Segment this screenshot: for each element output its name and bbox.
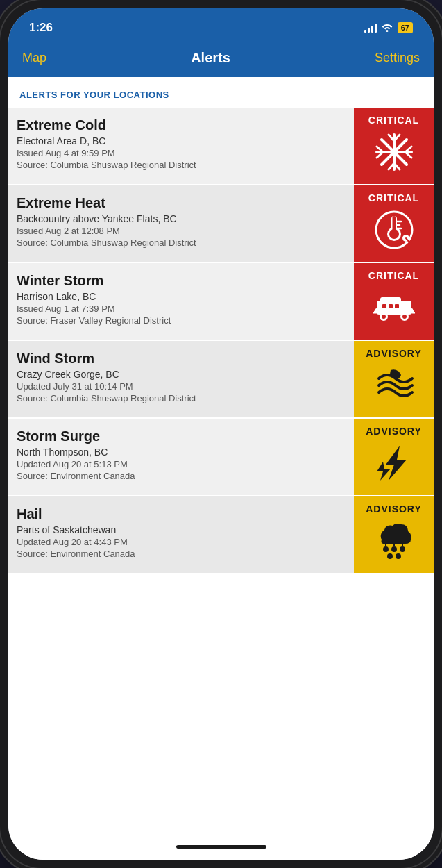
- alert-item[interactable]: Extreme Cold Electoral Area D, BC Issued…: [8, 108, 434, 184]
- badge-label-2: CRITICAL: [368, 270, 419, 281]
- alert-source-3: Source: Columbia Shuswap Regional Distri…: [17, 393, 346, 403]
- svg-rect-23: [380, 297, 401, 303]
- alert-name-5: Hail: [17, 506, 346, 522]
- signal-bar-3: [371, 26, 373, 33]
- alert-issued-5: Updated Aug 20 at 4:43 PM: [17, 537, 346, 547]
- svg-point-30: [402, 315, 407, 319]
- alert-text-1: Extreme Heat Backcountry above Yankee Fl…: [8, 185, 354, 262]
- nav-map-link[interactable]: Map: [22, 51, 46, 65]
- alert-location-2: Harrison Lake, BC: [17, 291, 346, 302]
- alert-name-2: Winter Storm: [17, 273, 346, 289]
- alert-issued-3: Updated July 31 at 10:14 PM: [17, 381, 346, 392]
- alert-icon-0: [373, 131, 415, 178]
- content-area: ALERTS FOR YOUR LOCATIONS Extreme Cold E…: [8, 77, 434, 840]
- screen: 1:26 67 Map Alerts Settings: [8, 8, 434, 860]
- alert-item[interactable]: Winter Storm Harrison Lake, BC Issued Au…: [8, 263, 434, 340]
- svg-point-28: [382, 315, 386, 319]
- alert-source-4: Source: Environment Canada: [17, 471, 346, 481]
- alert-item[interactable]: Hail Parts of Saskatchewan Updated Aug 2…: [8, 496, 434, 573]
- signal-bar-1: [364, 30, 366, 33]
- svg-marker-33: [377, 462, 391, 481]
- alert-issued-0: Issued Aug 4 at 9:59 PM: [17, 148, 346, 158]
- alert-icon-2: [373, 287, 415, 334]
- svg-point-37: [387, 553, 393, 559]
- alert-item[interactable]: Wind Storm Crazy Creek Gorge, BC Updated…: [8, 341, 434, 417]
- alert-text-5: Hail Parts of Saskatchewan Updated Aug 2…: [8, 496, 354, 573]
- alert-icon-5: [373, 520, 415, 567]
- svg-marker-32: [386, 446, 407, 481]
- alert-badge-1: CRITICAL: [354, 185, 434, 262]
- alert-issued-1: Issued Aug 2 at 12:08 PM: [17, 226, 346, 236]
- alert-location-4: North Thompson, BC: [17, 446, 346, 458]
- alert-text-0: Extreme Cold Electoral Area D, BC Issued…: [8, 108, 354, 184]
- nav-settings-link[interactable]: Settings: [375, 51, 420, 65]
- alert-location-1: Backcountry above Yankee Flats, BC: [17, 213, 346, 224]
- svg-rect-16: [392, 216, 396, 231]
- alert-icon-3: [373, 365, 415, 412]
- nav-bar: Map Alerts Settings: [8, 43, 434, 77]
- signal-bar-4: [375, 24, 377, 33]
- alert-name-1: Extreme Heat: [17, 195, 346, 211]
- alert-name-3: Wind Storm: [17, 351, 346, 367]
- alerts-list: Extreme Cold Electoral Area D, BC Issued…: [8, 108, 434, 573]
- alert-item[interactable]: Storm Surge North Thompson, BC Updated A…: [8, 419, 434, 495]
- svg-point-36: [400, 546, 405, 552]
- svg-point-35: [391, 546, 397, 552]
- alert-source-5: Source: Environment Canada: [17, 549, 346, 559]
- badge-label-5: ADVISORY: [366, 503, 422, 515]
- section-title: ALERTS FOR YOUR LOCATIONS: [19, 90, 169, 100]
- nav-title: Alerts: [191, 50, 230, 66]
- alert-location-3: Crazy Creek Gorge, BC: [17, 369, 346, 380]
- alert-name-0: Extreme Cold: [17, 117, 346, 133]
- badge-label-1: CRITICAL: [368, 192, 419, 203]
- alert-source-0: Source: Columbia Shuswap Regional Distri…: [17, 160, 346, 170]
- alert-item[interactable]: Extreme Heat Backcountry above Yankee Fl…: [8, 185, 434, 262]
- alert-location-5: Parts of Saskatchewan: [17, 524, 346, 535]
- alert-badge-3: ADVISORY: [354, 341, 434, 417]
- wifi-icon: [381, 22, 393, 34]
- alert-text-3: Wind Storm Crazy Creek Gorge, BC Updated…: [8, 341, 354, 417]
- home-bar: [176, 845, 266, 849]
- status-icons: 67: [364, 22, 413, 34]
- alert-issued-2: Issued Aug 1 at 7:39 PM: [17, 303, 346, 314]
- svg-point-17: [389, 229, 399, 239]
- badge-label-4: ADVISORY: [366, 426, 422, 437]
- alert-badge-0: CRITICAL: [354, 108, 434, 184]
- alert-icon-4: [373, 442, 415, 490]
- signal-bars-icon: [364, 23, 377, 33]
- svg-point-34: [383, 546, 389, 552]
- alert-source-2: Source: Fraser Valley Regional District: [17, 315, 346, 326]
- status-bar: 1:26 67: [8, 8, 434, 43]
- alert-icon-1: [373, 209, 415, 256]
- alert-badge-2: CRITICAL: [354, 263, 434, 340]
- home-indicator: [8, 840, 434, 860]
- alert-name-4: Storm Surge: [17, 428, 346, 444]
- phone-frame: 1:26 67 Map Alerts Settings: [0, 0, 442, 868]
- status-time: 1:26: [29, 21, 53, 35]
- alert-badge-4: ADVISORY: [354, 419, 434, 495]
- alert-text-2: Winter Storm Harrison Lake, BC Issued Au…: [8, 263, 354, 340]
- alert-badge-5: ADVISORY: [354, 496, 434, 573]
- badge-label-0: CRITICAL: [368, 115, 419, 126]
- svg-point-38: [396, 553, 401, 559]
- badge-label-3: ADVISORY: [366, 348, 422, 359]
- signal-bar-2: [368, 28, 370, 33]
- svg-point-12: [391, 149, 398, 156]
- battery-indicator: 67: [398, 22, 413, 33]
- alert-location-0: Electoral Area D, BC: [17, 135, 346, 147]
- section-header: ALERTS FOR YOUR LOCATIONS: [8, 77, 434, 108]
- alert-source-1: Source: Columbia Shuswap Regional Distri…: [17, 237, 346, 248]
- alert-issued-4: Updated Aug 20 at 5:13 PM: [17, 459, 346, 469]
- alert-text-4: Storm Surge North Thompson, BC Updated A…: [8, 419, 354, 495]
